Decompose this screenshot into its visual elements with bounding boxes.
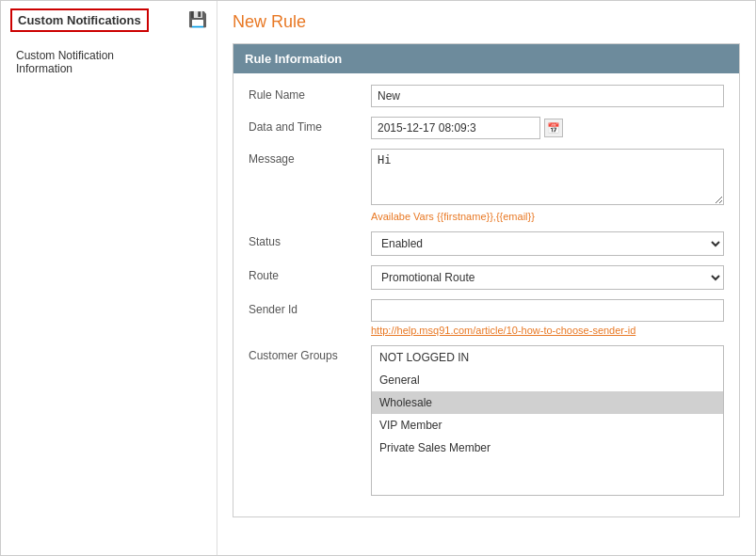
customer-groups-label: Customer Groups — [249, 345, 371, 362]
message-textarea[interactable]: Hi — [371, 149, 724, 205]
sidebar-header: Custom Notifications 💾 — [1, 1, 217, 40]
list-item[interactable]: Private Sales Member — [372, 437, 723, 459]
route-row: Route Promotional Route Transactional Ro… — [249, 265, 724, 290]
rule-name-input[interactable] — [371, 85, 724, 107]
sender-id-link[interactable]: http://help.msq91.com/article/10-how-to-… — [371, 325, 724, 336]
status-wrap: Enabled Disabled — [371, 231, 724, 256]
rule-information-panel: Rule Information Rule Name Data and Time — [233, 43, 740, 517]
page-title: New Rule — [233, 12, 740, 32]
datetime-label: Data and Time — [249, 117, 371, 134]
sender-id-wrap: http://help.msq91.com/article/10-how-to-… — [371, 299, 724, 336]
list-item[interactable]: Wholesale — [372, 391, 723, 414]
panel-body: Rule Name Data and Time 📅 — [233, 73, 739, 516]
calendar-icon[interactable]: 📅 — [544, 119, 563, 137]
status-select[interactable]: Enabled Disabled — [371, 231, 724, 256]
sidebar-title-box: Custom Notifications — [10, 8, 149, 32]
sidebar-nav: Custom Notification Information — [1, 40, 217, 85]
route-label: Route — [249, 265, 371, 282]
list-item[interactable]: NOT LOGGED IN — [372, 346, 723, 369]
message-row: Message Hi Availabe Vars {{firstname}},{… — [249, 149, 724, 222]
list-item[interactable]: VIP Member — [372, 414, 723, 437]
datetime-row: Data and Time 📅 — [249, 117, 724, 139]
list-item[interactable]: General — [372, 369, 723, 391]
status-row: Status Enabled Disabled — [249, 231, 724, 256]
sidebar: Custom Notifications 💾 Custom Notificati… — [1, 1, 217, 555]
rule-name-row: Rule Name — [249, 85, 724, 107]
message-label: Message — [249, 149, 371, 166]
sidebar-item-label: Custom Notification Information — [16, 49, 114, 75]
content-area: New Rule Rule Information Rule Name Data… — [217, 1, 755, 555]
main-layout: Custom Notifications 💾 Custom Notificati… — [1, 1, 755, 555]
status-label: Status — [249, 231, 371, 248]
customer-groups-wrap: NOT LOGGED IN General Wholesale VIP Memb… — [371, 345, 724, 496]
app-window: Custom Notifications 💾 Custom Notificati… — [0, 0, 756, 556]
customer-groups-row: Customer Groups NOT LOGGED IN General Wh… — [249, 345, 724, 496]
route-wrap: Promotional Route Transactional Route — [371, 265, 724, 290]
sender-id-input[interactable] — [371, 299, 724, 322]
message-wrap: Hi Availabe Vars {{firstname}},{{email}} — [371, 149, 724, 222]
panel-header: Rule Information — [233, 44, 739, 73]
rule-name-wrap — [371, 85, 724, 107]
datetime-wrap: 📅 — [371, 117, 724, 139]
rule-name-label: Rule Name — [249, 85, 371, 102]
route-select[interactable]: Promotional Route Transactional Route — [371, 265, 724, 290]
sidebar-title: Custom Notifications — [18, 13, 141, 27]
customer-groups-list: NOT LOGGED IN General Wholesale VIP Memb… — [371, 345, 724, 496]
save-icon[interactable]: 💾 — [188, 10, 207, 28]
sender-id-row: Sender Id http://help.msq91.com/article/… — [249, 299, 724, 336]
avail-vars-text: Availabe Vars {{firstname}},{{email}} — [371, 211, 724, 222]
sidebar-item-custom-notification-info[interactable]: Custom Notification Information — [10, 45, 207, 79]
datetime-input[interactable] — [371, 117, 540, 139]
sender-id-label: Sender Id — [249, 299, 371, 316]
